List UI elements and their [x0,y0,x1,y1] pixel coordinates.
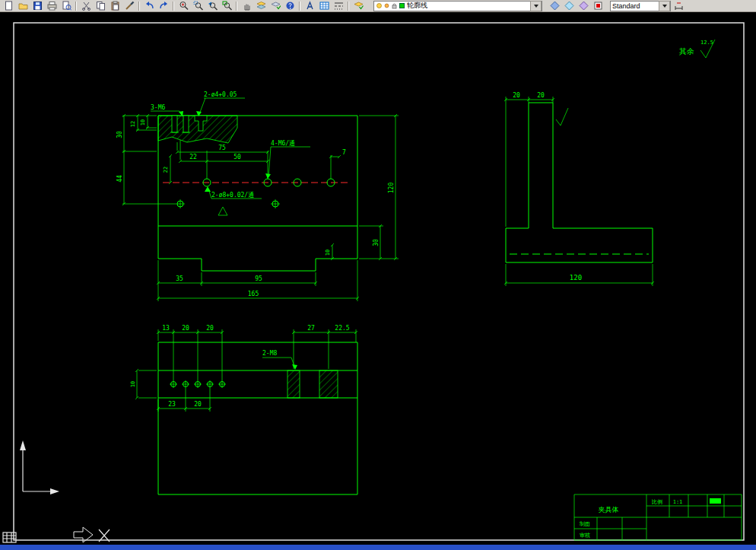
dim-44[interactable]: 44 [116,175,123,183]
paste-button[interactable] [108,1,122,11]
layer-previous-icon [579,1,589,11]
print-button[interactable] [45,1,59,11]
undo-button[interactable] [142,1,156,11]
save-button[interactable] [30,1,44,11]
dim-27[interactable]: 27 [307,325,315,332]
text-style-button[interactable] [303,1,316,11]
dim-20-a[interactable]: 20 [182,325,189,332]
command-window-edge[interactable] [0,545,756,550]
redo-arrow-icon [159,1,169,11]
linetype-button[interactable] [332,1,345,11]
thread-section-hatch-2 [319,370,338,398]
layers-button[interactable] [254,1,268,11]
layer-combo-dropdown-button[interactable] [530,1,542,11]
dim-10-bottom[interactable]: 10 [130,381,136,387]
open-button[interactable] [16,1,30,11]
dim-120-side[interactable]: 120 [570,274,582,281]
layer-control-button[interactable] [351,1,365,11]
toolbar-separator [75,2,77,11]
dim-20-right[interactable]: 20 [537,92,545,99]
dim-22-5[interactable]: 22.5 [335,325,349,332]
dim-165[interactable]: 165 [248,291,259,297]
zoom-realtime-button[interactable] [176,1,190,11]
layer-states-icon [564,1,574,11]
pan-button[interactable] [240,1,253,11]
dim-20-left[interactable]: 20 [513,92,520,99]
style-combo[interactable]: Standard [610,1,671,11]
dim-75[interactable]: 75 [218,145,226,151]
dim-style-button[interactable] [672,1,685,11]
checked-by-label: 审核 [580,533,590,539]
chevron-down-icon [662,5,667,8]
layer-control-icon [354,1,364,11]
copy-icon [96,1,106,11]
toolbar-separator [236,2,237,11]
redo-button[interactable] [157,1,170,11]
layer-properties-button[interactable] [268,1,282,11]
dim-22-h[interactable]: 22 [189,154,197,161]
layer-combo[interactable]: 轮廓线 [373,1,542,11]
style-combo-dropdown-button[interactable] [659,1,670,11]
open-folder-icon [18,1,28,11]
help-button[interactable] [283,1,297,11]
table-button[interactable] [317,1,331,11]
label-2d8[interactable]: 2-ø8+0.02/通 [211,191,254,199]
label-counterbore[interactable]: 2-ø4+0.05 [204,91,237,98]
layer-properties-icon [271,1,281,11]
dim-style-icon [674,1,684,11]
dim-20-c[interactable]: 20 [194,401,202,408]
dim-30-left[interactable]: 30 [116,131,123,138]
zoom-window-icon [193,1,203,11]
copy-button[interactable] [94,1,107,11]
scissors-icon [81,1,91,11]
dim-10-top[interactable]: 10 [140,119,146,126]
label-3m6[interactable]: 3-M6 [151,104,165,111]
dim-95[interactable]: 95 [255,275,262,282]
print-preview-button[interactable] [59,1,73,11]
linetype-icon [334,1,344,11]
zoom-window-button[interactable] [191,1,205,11]
printer-icon [47,1,57,11]
dim-35[interactable]: 35 [176,275,183,282]
dim-10-right[interactable]: 10 [325,250,331,256]
cad-application-window: 轮廓线 Standard [0,0,756,550]
dim-22-v[interactable]: 22 [163,167,169,173]
pan-hand-icon [242,1,252,11]
new-button[interactable] [2,1,15,11]
dim-30-right[interactable]: 30 [373,239,380,246]
toolbar-separator [173,2,174,11]
drawing-canvas[interactable]: 3-M6 2-ø4+0.05 4-M6/通 2-ø8+0.02/通 35 95 … [0,12,756,550]
dim-13[interactable]: 13 [162,325,170,332]
save-floppy-icon [33,1,43,11]
label-4m6[interactable]: 4-M6/通 [271,139,295,147]
dim-7[interactable]: 7 [342,149,346,156]
dim-50[interactable]: 50 [233,154,241,161]
thread-section-hatch-1 [287,370,300,398]
match-properties-button[interactable] [122,1,136,11]
dim-120[interactable]: 120 [388,183,395,194]
zoom-extents-icon [222,1,232,11]
dim-12[interactable]: 12 [130,121,136,127]
dim-20-b[interactable]: 20 [206,325,214,332]
title-block-mark [710,498,721,504]
layer-previous-button[interactable] [577,1,590,11]
toolbar-separator [348,2,349,11]
layer-states-button[interactable] [562,1,576,11]
table-icon [319,1,329,11]
toolbar-separator [299,2,300,11]
label-2m8[interactable]: 2-M8 [262,350,277,357]
color-control-button[interactable] [591,1,605,11]
toolbar: 轮廓线 Standard [0,0,756,12]
dim-23[interactable]: 23 [168,401,176,408]
layer-state-icons [376,2,405,9]
cut-button[interactable] [79,1,93,11]
drawn-by-label: 制图 [579,521,590,527]
current-text-style: Standard [612,2,657,10]
lock-icon [391,2,398,9]
surface-note-text: 其余 [679,47,694,56]
make-object-layer-current-button[interactable] [548,1,561,11]
zoom-realtime-icon [179,1,189,11]
part-name: 夹具体 [599,506,619,513]
zoom-previous-button[interactable] [205,1,219,11]
zoom-extents-button[interactable] [220,1,233,11]
